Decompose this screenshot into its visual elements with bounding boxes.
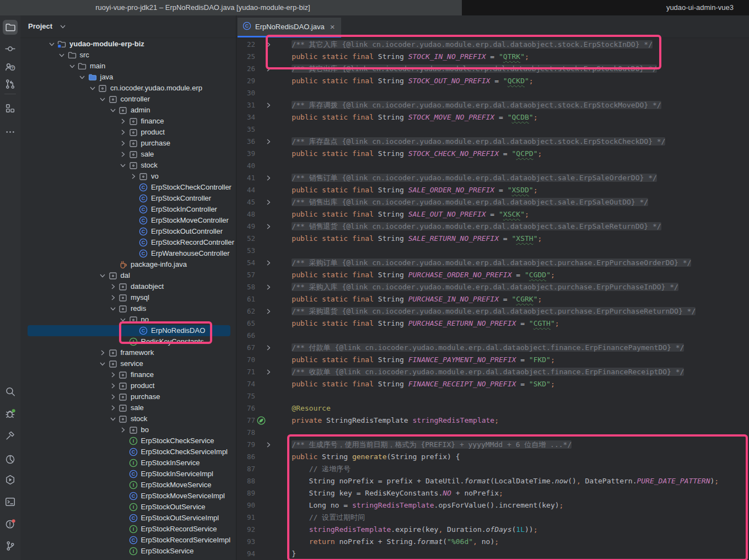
chevron-down-icon[interactable] [88,83,98,93]
chevron-down-icon[interactable] [108,105,118,115]
tree-item-product[interactable]: product [20,380,236,391]
tree-item-main[interactable]: main [20,61,236,72]
chevron-down-icon[interactable] [108,304,118,314]
debug-icon[interactable] [3,406,18,421]
tree-item-redis[interactable]: redis [20,303,236,314]
chevron-down-icon[interactable] [47,39,57,49]
chevron-down-icon[interactable] [98,359,107,369]
chevron-down-icon[interactable] [108,414,118,424]
problems-icon[interactable] [3,516,18,531]
tree-item-erpstockmoveserviceimpl[interactable]: CErpStockMoveServiceImpl [20,491,236,502]
tree-item-dal[interactable]: dal [20,270,236,281]
tree-item-java[interactable]: java [20,72,236,83]
chevron-right-icon[interactable] [108,293,118,303]
chevron-right-icon[interactable] [118,149,128,159]
tree-item-framework[interactable]: framework [20,347,236,358]
spring-bean-icon[interactable] [256,416,266,426]
terminal-icon[interactable] [3,494,18,509]
chevron-right-icon[interactable] [108,282,118,292]
chevron-down-icon[interactable] [58,21,68,34]
tree-item-purchase[interactable]: purchase [20,391,236,402]
tree-item-erpstockincontroller[interactable]: CErpStockInController [20,204,236,215]
tree-item-erpstockcheckserviceimpl[interactable]: CErpStockCheckServiceImpl [20,446,236,457]
fold-chevron-icon[interactable] [263,173,273,183]
tree-item-service[interactable]: service [20,358,236,369]
tree-item-erpstockmovecontroller[interactable]: CErpStockMoveController [20,215,236,226]
tree-item-stock[interactable]: stock [20,413,236,424]
tree-item-erpwarehousecontroller[interactable]: CErpWarehouseController [20,248,236,259]
tree-item-sale[interactable]: sale [20,149,236,160]
chevron-right-icon[interactable] [128,171,138,181]
fold-chevron-icon[interactable] [263,343,273,353]
code-editor[interactable]: 22 /** 其它入库 {@link cn.iocoder.yudao.modu… [236,37,749,560]
chevron-right-icon[interactable] [118,127,128,137]
tree-item-vo[interactable]: vo [20,171,236,182]
chevron-right-icon[interactable] [108,370,118,380]
profiler-icon[interactable] [3,452,18,467]
fold-chevron-icon[interactable] [263,197,273,207]
users-help-icon[interactable]: ? [3,60,18,74]
tree-item-src[interactable]: src [20,50,236,61]
tree-item-no[interactable]: no [20,314,236,325]
search-icon[interactable] [3,384,18,399]
tree-item-erpstockinservice[interactable]: IErpStockInService [20,457,236,469]
tree-item-erpstockinserviceimpl[interactable]: CErpStockInServiceImpl [20,469,236,480]
tree-item-erpstockcheckservice[interactable]: IErpStockCheckService [20,435,236,446]
more-icon[interactable] [3,125,18,139]
pull-request-icon[interactable] [3,77,18,91]
fold-chevron-icon[interactable] [263,258,273,268]
tree-item-package-info-java[interactable]: package-info.java [20,259,236,270]
tree-item-finance[interactable]: finance [20,369,236,380]
fold-chevron-icon[interactable] [263,40,273,50]
project-folder-icon[interactable] [3,20,18,35]
tree-item-erpstockmoveservice[interactable]: IErpStockMoveService [20,480,236,491]
chevron-right-icon[interactable] [118,425,128,435]
chevron-down-icon[interactable] [98,271,107,281]
tree-item-erpstockrecordservice[interactable]: IErpStockRecordService [20,524,236,535]
tree-item-yudao-module-erp-biz[interactable]: yudao-module-erp-biz [20,39,236,50]
tree-item-sale[interactable]: sale [20,402,236,413]
chevron-right-icon[interactable] [118,116,128,126]
tree-item-erpstockoutserviceimpl[interactable]: CErpStockOutServiceImpl [20,513,236,524]
tree-item-rediskeyconstants[interactable]: IRedisKeyConstants [20,336,236,347]
tab-erpnoredisdao-java[interactable]: C ErpNoRedisDAO.java × [238,18,341,36]
build-icon[interactable] [3,428,18,443]
fold-chevron-icon[interactable] [263,306,273,316]
tree-item-bo[interactable]: bo [20,424,236,435]
chevron-right-icon[interactable] [108,403,118,413]
tree-item-finance[interactable]: finance [20,116,236,127]
tree-item-admin[interactable]: admin [20,105,236,116]
fold-chevron-icon[interactable] [263,440,273,450]
chevron-right-icon[interactable] [98,348,107,358]
fold-chevron-icon[interactable] [263,100,273,110]
tree-item-product[interactable]: product [20,127,236,138]
tree-item-mysql[interactable]: mysql [20,292,236,303]
tree-item-stock[interactable]: stock [20,160,236,171]
tree-item-erpstockoutcontroller[interactable]: CErpStockOutController [20,226,236,237]
fold-chevron-icon[interactable] [263,137,273,147]
structure-icon[interactable] [3,101,18,116]
fold-chevron-icon[interactable] [263,222,273,231]
fold-chevron-icon[interactable] [263,282,273,292]
tree-item-dataobject[interactable]: dataobject [20,281,236,292]
tree-item-erpstockservice[interactable]: IErpStockService [20,546,236,557]
tree-item-cn-iocoder-yudao-module-erp[interactable]: cn.iocoder.yudao.module.erp [20,83,236,94]
commit-icon[interactable] [3,41,18,56]
tree-item-erpstockcheckcontroller[interactable]: CErpStockCheckController [20,182,236,193]
tree-item-controller[interactable]: controller [20,94,236,105]
tab-close-icon[interactable]: × [330,23,335,31]
tree-item-erpstockrecordserviceimpl[interactable]: CErpStockRecordServiceImpl [20,535,236,546]
chevron-right-icon[interactable] [108,381,118,391]
project-header[interactable]: Project [20,15,236,38]
tree-item-erpstockoutservice[interactable]: IErpStockOutService [20,502,236,513]
chevron-down-icon[interactable] [57,50,67,60]
chevron-down-icon[interactable] [118,315,128,325]
tree-item-erpstockrecordcontroller[interactable]: CErpStockRecordController [20,237,236,248]
chevron-down-icon[interactable] [118,160,128,170]
chevron-down-icon[interactable] [98,94,107,104]
fold-chevron-icon[interactable] [263,367,273,377]
chevron-right-icon[interactable] [108,392,118,402]
services-icon[interactable] [3,472,18,487]
chevron-down-icon[interactable] [77,72,87,82]
git-branch-icon[interactable] [3,539,18,553]
